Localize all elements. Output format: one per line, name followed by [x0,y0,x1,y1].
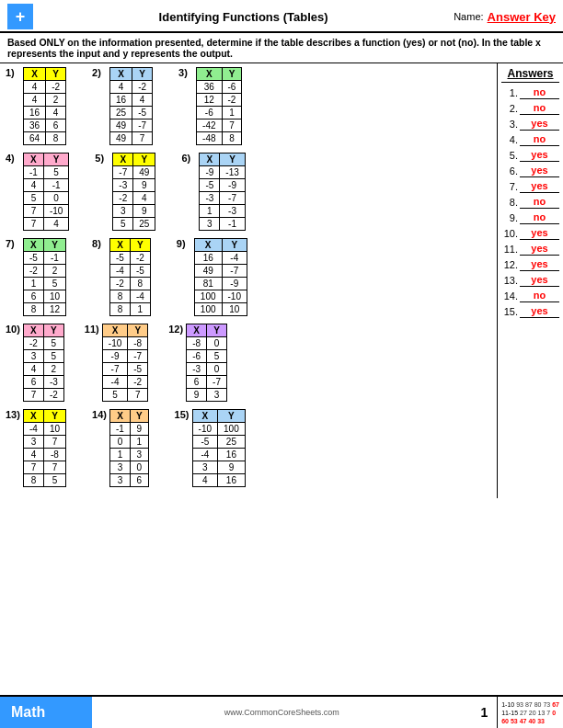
col-x-10: X [24,324,44,337]
problem-7-num: 7) [6,238,20,249]
table-9: XY 16-4 49-7 81-9 100-10 10010 [194,238,247,316]
table-row: 7-10 [24,205,69,218]
answer-num-15: 15. [501,306,518,317]
answer-num-12: 12. [501,259,518,270]
problem-14-num: 14) [92,409,107,420]
problem-8-num: 8) [92,238,107,249]
col-x-11: X [102,324,127,337]
problem-5-num: 5) [95,153,109,164]
problem-8: 8) XY -5-2 -4-5 -28 8-4 81 [92,238,151,316]
problem-row-1: 1) XY 4-2 42 164 366 648 2) [6,67,491,145]
table-14: XY -19 01 13 30 36 [109,409,149,487]
header: + Identifying Functions (Tables) Name: A… [0,0,563,33]
table-12: XY -80 -65 -30 6-7 93 [186,324,227,402]
col-x-15: X [192,410,217,423]
table-row: -4-2 [102,376,147,389]
instructions-text: Based ONLY on the information presented,… [7,37,541,59]
col-x-4: X [24,154,44,166]
table-row: 366 [24,119,66,132]
answer-num-14: 14. [501,290,518,301]
table-row: 77 [24,461,66,474]
stats-row-3: 60 53 47 40 33 [501,718,559,724]
table-row: -9-13 [200,166,245,179]
col-x-12: X [187,324,207,337]
table-row: -25 [24,337,64,350]
table-8: XY -5-2 -4-5 -28 8-4 81 [109,238,151,316]
answer-val-13: yes [520,274,559,287]
footer-website: www.CommonCoreSheets.com [92,697,471,728]
col-x-3: X [197,68,222,81]
answer-val-12: yes [520,258,559,271]
table-10: XY -25 35 42 6-3 7-2 [23,324,64,402]
table-row: -416 [192,449,245,461]
table-row: 36-6 [197,81,242,94]
table-row: 93 [187,389,227,402]
answer-val-3: yes [520,118,559,131]
table-row: 49-7 [194,265,247,278]
col-x-7: X [24,239,44,252]
col-y-1: Y [46,68,66,81]
table-row: 01 [110,436,149,449]
table-row: 16-4 [194,252,247,265]
col-y-12: Y [207,324,227,337]
table-row: 57 [102,389,147,402]
answer-val-15: yes [520,305,559,318]
problem-5: 5) XY -749 -39 -24 39 525 [95,153,155,231]
table-row: -525 [192,436,245,449]
table-row: 37 [24,436,66,449]
answer-num-2: 2. [501,103,518,114]
name-area: Name: Answer Key [454,10,556,24]
footer-page: 1 [471,697,497,728]
table-row: 497 [110,132,153,145]
footer-math-label: Math [0,697,92,728]
answer-item-4: 4. no [501,133,559,146]
table-row: -15 [24,166,69,179]
table-row: 6-7 [187,376,227,389]
table-row: 6-3 [24,376,64,389]
table-row: -427 [197,119,242,132]
answer-val-6: yes [520,165,559,177]
table-row: 1-3 [200,205,245,218]
table-row: 164 [110,94,153,107]
problem-6-num: 6) [181,153,196,164]
answer-item-10: 10. yes [501,227,559,240]
table-row: 36 [110,474,149,487]
table-3: XY 36-6 12-2 -61 -427 -488 [196,67,242,145]
table-15: XY -10100 -525 -416 39 416 [192,409,246,487]
table-row: -3-7 [200,192,245,205]
table-row: -488 [197,132,242,145]
problems-area: 1) XY 4-2 42 164 366 648 2) [0,63,497,498]
problem-13: 13) XY -410 37 4-8 77 85 [6,409,66,487]
logo-symbol: + [16,7,26,27]
table-row: -22 [24,265,66,278]
answer-num-7: 7. [501,181,518,192]
answer-item-7: 7. yes [501,180,559,193]
problem-row-4: 10) XY -25 35 42 6-3 7-2 11) [6,324,491,402]
table-row: -30 [187,363,227,376]
table-row: -749 [113,166,155,179]
table-row: 10010 [194,303,247,316]
answer-val-9: no [520,211,559,224]
table-13: XY -410 37 4-8 77 85 [23,409,66,487]
problem-4-num: 4) [6,153,20,164]
col-y-10: Y [43,324,63,337]
col-y-6: Y [220,154,245,166]
col-y-13: Y [43,410,65,423]
table-row: -7-5 [102,363,147,376]
answer-val-1: no [520,86,559,99]
problem-10: 10) XY -25 35 42 6-3 7-2 [6,324,64,402]
table-row: 8-4 [110,290,151,303]
problem-13-num: 13) [6,409,20,420]
answer-item-12: 12. yes [501,258,559,271]
table-row: -10100 [192,423,245,436]
col-x-8: X [110,239,131,252]
table-row: -5-9 [200,179,245,192]
problem-4: 4) XY -15 4-1 50 7-10 74 [6,153,69,231]
stats-row-1: 1-10 93 87 80 73 67 [501,701,559,708]
table-row: 49-7 [110,119,153,132]
col-x-13: X [24,410,44,423]
answer-item-1: 1. no [501,86,559,99]
table-row: -65 [187,350,227,363]
table-row: 35 [24,350,64,363]
answer-item-2: 2. no [501,102,559,115]
